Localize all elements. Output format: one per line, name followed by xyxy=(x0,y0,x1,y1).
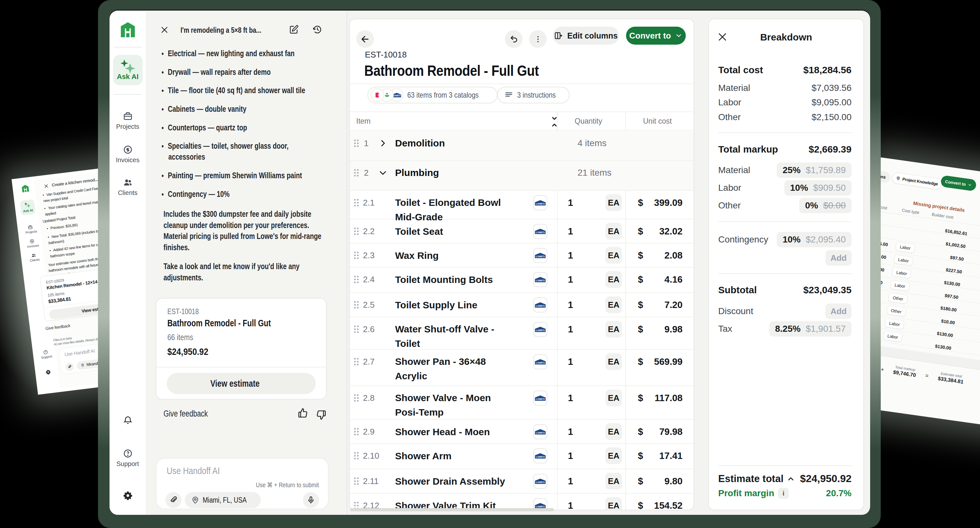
svg-text:LOWE'S: LOWE'S xyxy=(536,329,545,332)
svg-text:LOWE'S: LOWE'S xyxy=(536,203,545,205)
svg-text:LOWE'S: LOWE'S xyxy=(536,398,545,401)
svg-text:LOWE'S: LOWE'S xyxy=(536,456,545,458)
svg-text:LOWE'S: LOWE'S xyxy=(536,255,545,258)
svg-text:LOWE'S: LOWE'S xyxy=(536,362,545,364)
svg-text:LOWE'S: LOWE'S xyxy=(536,506,545,508)
svg-text:LOWE'S: LOWE'S xyxy=(536,481,545,483)
svg-text:LOWE'S: LOWE'S xyxy=(536,305,545,307)
svg-text:LOWE'S: LOWE'S xyxy=(536,231,545,234)
svg-text:LOWE'S: LOWE'S xyxy=(536,432,545,434)
svg-text:LOWE'S: LOWE'S xyxy=(536,280,545,282)
svg-text:LOWE'S: LOWE'S xyxy=(393,94,401,97)
